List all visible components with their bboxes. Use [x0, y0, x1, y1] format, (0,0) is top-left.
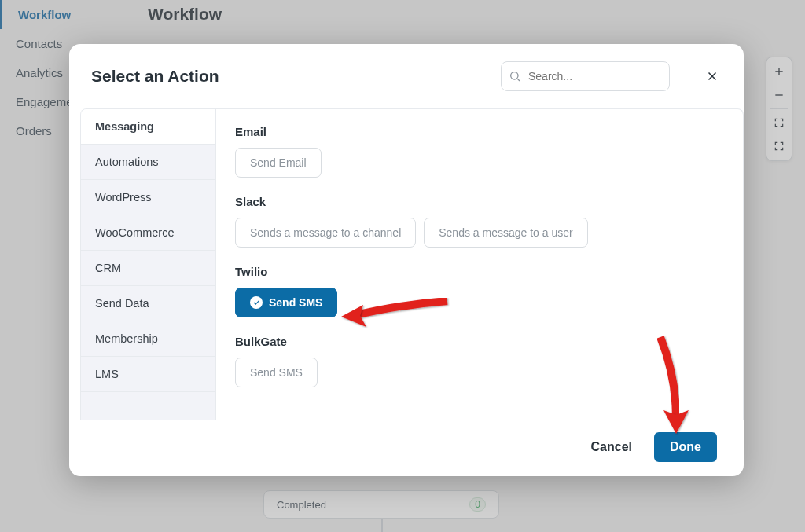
cancel-button[interactable]: Cancel: [586, 439, 637, 455]
action-send-email[interactable]: Send Email: [235, 148, 322, 178]
section-label-twilio: Twilio: [235, 265, 724, 278]
action-slack-user[interactable]: Sends a message to a user: [424, 218, 587, 248]
category-list: Messaging Automations WordPress WooComme…: [81, 109, 216, 420]
select-action-dialog: Select an Action Messaging Automations W…: [69, 44, 744, 476]
search-input[interactable]: [501, 61, 670, 91]
category-send-data[interactable]: Send Data: [81, 286, 215, 321]
close-icon: [705, 69, 719, 83]
dialog-title: Select an Action: [91, 67, 219, 86]
close-button[interactable]: [703, 67, 722, 86]
section-label-bulkgate: BulkGate: [235, 335, 724, 348]
section-label-slack: Slack: [235, 195, 724, 208]
action-panel: Email Send Email Slack Sends a message t…: [216, 109, 743, 420]
category-membership[interactable]: Membership: [81, 321, 215, 357]
dialog-header: Select an Action: [69, 44, 744, 108]
category-crm[interactable]: CRM: [81, 251, 215, 286]
category-woocommerce[interactable]: WooCommerce: [81, 215, 215, 251]
check-icon: [250, 296, 263, 309]
search-icon: [509, 70, 521, 83]
action-twilio-send-sms-label: Send SMS: [269, 296, 322, 309]
category-messaging[interactable]: Messaging: [81, 109, 215, 145]
search-wrapper: [501, 61, 670, 91]
action-bulkgate-send-sms[interactable]: Send SMS: [235, 358, 318, 387]
category-lms[interactable]: LMS: [81, 357, 215, 392]
action-slack-channel[interactable]: Sends a message to a channel: [235, 218, 416, 248]
action-twilio-send-sms[interactable]: Send SMS: [235, 288, 337, 317]
svg-point-0: [511, 72, 518, 79]
done-button[interactable]: Done: [654, 432, 717, 462]
section-label-email: Email: [235, 125, 724, 138]
category-automations[interactable]: Automations: [81, 145, 215, 180]
dialog-body: Messaging Automations WordPress WooComme…: [80, 108, 744, 420]
dialog-footer: Cancel Done: [69, 420, 744, 476]
category-wordpress[interactable]: WordPress: [81, 180, 215, 215]
